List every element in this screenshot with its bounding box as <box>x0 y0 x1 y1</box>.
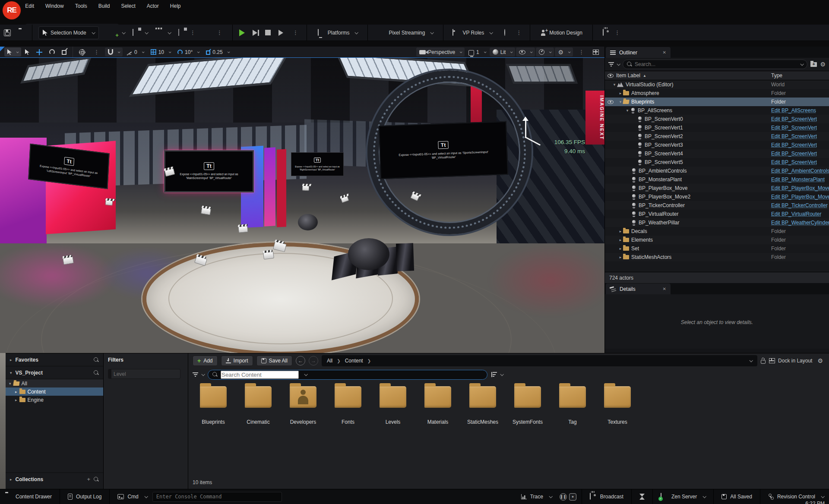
revert-button[interactable]: ⋮ <box>500 26 527 39</box>
tab-details[interactable]: Details ✕ <box>606 284 671 294</box>
performance-dropdown[interactable] <box>536 47 554 57</box>
outliner-row[interactable]: BP_TickerControllerEdit BP_TickerControl… <box>605 201 829 210</box>
content-browser-button[interactable] <box>15 26 29 39</box>
media-capture-button[interactable]: ⋮ <box>599 26 626 39</box>
menu-build[interactable]: Build <box>93 0 116 12</box>
favorites-section[interactable]: ▸ Favorites <box>6 353 103 366</box>
blueprints-dropdown[interactable] <box>129 26 152 39</box>
paint-mode-button[interactable]: ⋮ <box>201 26 228 39</box>
outliner-row[interactable]: BP_VirtualRouterEdit BP_VirtualRouter <box>605 210 829 218</box>
more-options-icon[interactable]: ⋮ <box>188 29 197 36</box>
motion-design-button[interactable]: Motion Design <box>536 26 586 39</box>
chevron-down-icon[interactable] <box>617 62 620 66</box>
cinematics-dropdown[interactable] <box>152 26 174 39</box>
viewport-3d-scene[interactable]: IMAGINE NEXT Tt Expose <<Input01-05>> an… <box>0 57 604 353</box>
folder-tile[interactable]: Developers <box>281 386 326 425</box>
expand-caret[interactable]: ▾ <box>10 371 12 375</box>
back-button[interactable]: ← <box>296 356 305 365</box>
editor-modes-button[interactable]: ⋮ <box>174 26 201 39</box>
chevron-down-icon[interactable] <box>750 359 753 362</box>
content-search-box[interactable] <box>208 370 487 380</box>
pending-tasks-button[interactable] <box>634 489 650 504</box>
outliner-row[interactable]: BP_ScreenVert3Edit BP_ScreenVert <box>605 141 829 149</box>
save-button[interactable] <box>0 26 15 39</box>
import-button[interactable]: Import <box>221 356 253 366</box>
mid-studio-screen[interactable]: Tt Expose <<Input01-05>> and select an i… <box>291 152 344 176</box>
add-actor-dropdown[interactable]: + <box>106 26 129 39</box>
cmd-dropdown[interactable]: Cmd <box>112 489 152 504</box>
outliner-row[interactable]: BP_ScreenVert1Edit BP_ScreenVert <box>605 123 829 132</box>
outliner-row[interactable]: BP_PlayerBox_Move2Edit BP_PlayerBox_Move… <box>605 192 829 201</box>
add-collection-icon[interactable]: + <box>87 476 90 482</box>
edit-blueprint-link[interactable]: Edit BP_ScreenVert <box>771 142 817 148</box>
platforms-dropdown[interactable]: Platforms <box>314 26 362 39</box>
folder-tile[interactable]: Levels <box>370 386 415 425</box>
edit-blueprint-link[interactable]: Edit BP_ScreenVert <box>771 125 817 131</box>
outliner-row-selected[interactable]: ▾ BlueprintsFolder <box>605 98 829 106</box>
outliner-row[interactable]: BP_MonsteraPlantEdit BP_MonsteraPlant <box>605 175 829 184</box>
edit-blueprint-link[interactable]: Edit BP_PlayerBox_Move2 <box>771 194 829 200</box>
folder-tile[interactable]: Blueprints <box>191 386 236 425</box>
edit-blueprint-link[interactable]: Edit BP_ScreenVert <box>771 133 817 139</box>
folder-tile[interactable]: SystemFonts <box>505 386 550 425</box>
filter-chip-level[interactable]: Level <box>108 369 180 379</box>
more-options-icon[interactable]: ⋮ <box>514 29 523 36</box>
tree-item-content[interactable]: ▸ Content <box>6 387 103 396</box>
outliner-row[interactable]: BP_AmbientControlsEdit BP_AmbientControl… <box>605 167 829 175</box>
zen-server-dropdown[interactable]: ✓ Zen Server <box>655 489 711 504</box>
outliner-row[interactable]: ▾ BP_AllScreensEdit BP_AllScreens <box>605 106 829 115</box>
select-tool-button[interactable] <box>22 47 32 57</box>
breadcrumb-all[interactable]: All <box>327 358 332 364</box>
vp-roles-dropdown[interactable]: VP Roles <box>449 26 496 39</box>
menu-select[interactable]: Select <box>115 0 141 12</box>
outliner-row[interactable]: ▸ StaticMeshActorsFolder <box>605 253 829 261</box>
new-folder-icon[interactable] <box>810 62 817 67</box>
tree-item-all[interactable]: ▾ All <box>6 379 103 387</box>
outliner-row[interactable]: BP_ScreenVert0Edit BP_ScreenVert <box>605 115 829 123</box>
grid-snap-dropdown[interactable]: 10 <box>148 47 174 57</box>
folder-tile[interactable]: Fonts <box>326 386 370 425</box>
selection-mode-dropdown[interactable]: Selection Mode <box>38 26 99 39</box>
expand-caret[interactable]: ▸ <box>10 358 12 362</box>
filter-icon[interactable] <box>608 62 614 67</box>
menu-actor[interactable]: Actor <box>141 0 165 12</box>
expand-caret[interactable]: ▸ <box>15 390 17 394</box>
outliner-row[interactable]: BP_WeatherPillarEdit BP_WeatherCylinder <box>605 218 829 227</box>
breadcrumb-content[interactable]: Content <box>345 358 363 364</box>
play-button[interactable] <box>235 26 249 39</box>
folder-tile[interactable]: Cinematic <box>236 386 281 425</box>
menu-help[interactable]: Help <box>165 0 187 12</box>
chevron-down-icon[interactable] <box>801 62 804 66</box>
column-type[interactable]: Type <box>771 72 782 79</box>
column-item-label[interactable]: Item Label <box>616 72 640 79</box>
chevron-down-icon[interactable] <box>201 372 205 376</box>
frame-skip-button[interactable] <box>249 26 261 39</box>
outliner-row[interactable]: ▸ ElementsFolder <box>605 236 829 244</box>
save-all-button[interactable]: Save All <box>256 356 292 366</box>
outliner-row[interactable]: BP_ScreenVert4Edit BP_ScreenVert <box>605 149 829 158</box>
move-tool-button[interactable] <box>33 47 45 57</box>
broadcast-button[interactable]: Broadcast <box>585 489 629 504</box>
close-icon[interactable]: ✕ <box>663 287 666 291</box>
expand-caret[interactable]: ▸ <box>618 238 623 242</box>
expand-caret[interactable]: ▾ <box>9 381 11 386</box>
gear-icon[interactable]: ⚙ <box>817 358 823 364</box>
content-drawer-button[interactable]: Content Drawer <box>0 489 57 504</box>
world-space-toggle[interactable] <box>76 47 88 57</box>
rotate-tool-button[interactable] <box>46 47 58 57</box>
expand-caret[interactable]: ▾ <box>625 108 630 113</box>
rotation-snap-dropdown[interactable]: 10° <box>174 47 202 57</box>
expand-caret[interactable]: ▸ <box>10 477 12 482</box>
add-button[interactable]: +Add <box>193 356 218 366</box>
sports-studio-screen[interactable]: Tt Expose <<Input01-05>> and select an i… <box>379 121 508 179</box>
scale-tool-button[interactable] <box>59 47 70 57</box>
edit-blueprint-link[interactable]: Edit BP_MonsteraPlant <box>771 176 825 183</box>
folder-tile[interactable]: Textures <box>595 386 640 425</box>
chevron-down-icon[interactable] <box>500 372 503 376</box>
console-input[interactable] <box>156 494 278 500</box>
menu-window[interactable]: Window <box>40 0 70 12</box>
pixel-streaming-dropdown[interactable]: Pixel Streaming <box>375 26 437 39</box>
outliner-search-input[interactable] <box>623 60 807 69</box>
eye-icon[interactable] <box>608 100 614 104</box>
snapshot-icon[interactable]: ● <box>569 493 576 501</box>
